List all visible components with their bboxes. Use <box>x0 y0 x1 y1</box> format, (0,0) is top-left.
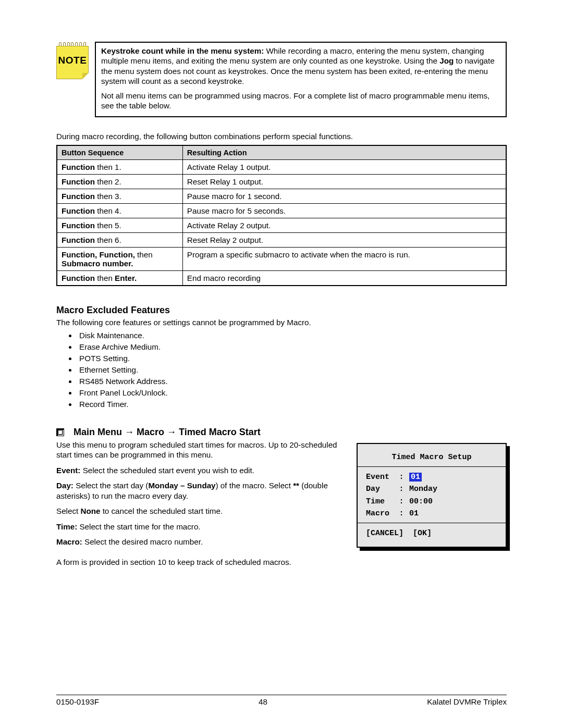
table-row: Function then 3.Pause macro for 1 second… <box>57 189 506 203</box>
button-sequence-table: Button Sequence Resulting Action Functio… <box>56 145 507 286</box>
day-line-2: Select None to cancel the scheduled star… <box>56 506 344 516</box>
note-icon: NOTE <box>56 42 89 79</box>
sequence-cell: Function then 3. <box>57 189 182 203</box>
action-cell: End macro recording <box>182 270 506 286</box>
list-item: Erase Archive Medium. <box>77 341 507 353</box>
list-item: POTS Setting. <box>77 353 507 364</box>
excluded-list: Disk Maintenance.Erase Archive Medium.PO… <box>56 330 507 410</box>
footer-right: Kalatel DVMRe Triplex <box>427 697 507 706</box>
footer-left: 0150-0193F <box>56 697 99 706</box>
action-cell: Activate Relay 2 output. <box>182 218 506 232</box>
action-cell: Reset Relay 2 output. <box>182 232 506 247</box>
intro-text: During macro recording, the following bu… <box>56 132 507 141</box>
menu-ok-button[interactable]: [OK] <box>413 527 432 539</box>
menu-day-value[interactable]: Monday <box>409 485 437 493</box>
action-cell: Pause macro for 1 second. <box>182 189 506 203</box>
table-row: Function then Enter.End macro recording <box>57 270 506 286</box>
menu-row-macro: Macro: 01 <box>366 508 497 520</box>
page-footer: 0150-0193F 48 Kalatel DVMRe Triplex <box>56 695 507 706</box>
menu-row-time: Time: 00:00 <box>366 496 497 508</box>
menu-cancel-button[interactable]: [CANCEL] <box>366 527 403 539</box>
action-cell: Activate Relay 1 output. <box>182 159 506 174</box>
action-cell: Program a specific submacro to activate … <box>182 247 506 270</box>
timed-macro-description: Use this menu to program scheduled start… <box>56 440 344 552</box>
sequence-cell: Function then 1. <box>57 159 182 174</box>
action-cell: Pause macro for 5 seconds. <box>182 203 506 218</box>
timed-macro-setup-panel: Timed Macro Setup Event: 01 Day: Monday … <box>357 443 507 548</box>
table-row: Function, Function, then Submacro number… <box>57 247 506 270</box>
page: NOTE Keystroke count while in the menu s… <box>0 0 563 728</box>
macro-line: Macro: Select the desired macro number. <box>56 537 344 547</box>
menu-event-value[interactable]: 01 <box>409 473 422 482</box>
action-cell: Reset Relay 1 output. <box>182 174 506 189</box>
note-paragraph-2: Not all menu items can be programmed usi… <box>101 91 500 111</box>
table-row: Function then 4.Pause macro for 5 second… <box>57 203 506 218</box>
table-header-sequence: Button Sequence <box>57 145 182 160</box>
list-item: RS485 Network Address. <box>77 376 507 387</box>
time-line: Time: Select the start time for the macr… <box>56 522 344 532</box>
event-line: Event: Select the scheduled start event … <box>56 465 344 475</box>
sequence-cell: Function, Function, then Submacro number… <box>57 247 182 270</box>
sequence-cell: Function then Enter. <box>57 270 182 286</box>
table-row: Function then 5.Activate Relay 2 output. <box>57 218 506 232</box>
sequence-cell: Function then 5. <box>57 218 182 232</box>
menu-row-day: Day: Monday <box>366 483 497 495</box>
form-note: A form is provided in section 10 to keep… <box>56 558 507 566</box>
day-line: Day: Select the start day (Monday – Sund… <box>56 480 344 501</box>
sequence-cell: Function then 4. <box>57 203 182 218</box>
note-block: NOTE Keystroke count while in the menu s… <box>56 42 507 117</box>
menu-macro-value[interactable]: 01 <box>409 509 419 518</box>
table-row: Function then 2.Reset Relay 1 output. <box>57 174 506 189</box>
excluded-heading: Macro Excluded Features <box>56 305 507 316</box>
bullet-square-icon <box>56 428 64 436</box>
list-item: Ethernet Setting. <box>77 364 507 376</box>
footer-page-number: 48 <box>259 697 267 706</box>
sequence-cell: Function then 2. <box>57 174 182 189</box>
sequence-cell: Function then 6. <box>57 232 182 247</box>
table-row: Function then 1.Activate Relay 1 output. <box>57 159 506 174</box>
excluded-intro: The following core features or settings … <box>56 318 507 327</box>
list-item: Front Panel Lock/Unlock. <box>77 387 507 399</box>
table-header-action: Resulting Action <box>182 145 506 160</box>
list-item: Record Timer. <box>77 399 507 410</box>
timed-macro-heading: Main Menu → Macro → Timed Macro Start <box>56 427 507 438</box>
menu-time-value[interactable]: 00:00 <box>409 497 433 506</box>
timed-macro-p1: Use this menu to program scheduled start… <box>56 440 344 460</box>
menu-row-event: Event: 01 <box>366 471 497 483</box>
note-box: Keystroke count while in the menu system… <box>95 42 507 117</box>
list-item: Disk Maintenance. <box>77 330 507 341</box>
menu-title: Timed Macro Setup <box>366 451 497 463</box>
note-icon-label: NOTE <box>57 55 88 66</box>
table-row: Function then 6.Reset Relay 2 output. <box>57 232 506 247</box>
note-paragraph-1: Keystroke count while in the menu system… <box>101 46 500 87</box>
